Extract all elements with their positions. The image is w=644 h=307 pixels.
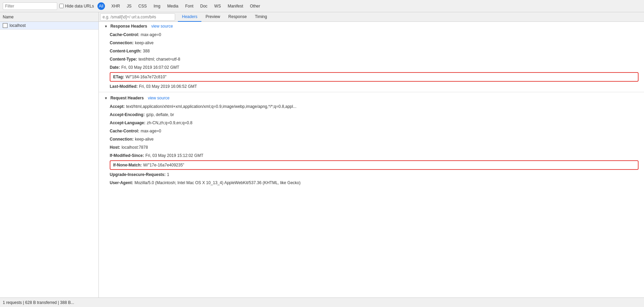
hide-data-urls-checkbox[interactable] (59, 4, 64, 8)
request-header-row: Upgrade-Insecure-Requests: 1 (99, 171, 644, 179)
tabs-row: Headers Preview Response Timing (99, 12, 644, 22)
request-header-row-highlighted: If-None-Match: W/"17e-16a7e409235" (110, 160, 639, 170)
header-value: Fri, 03 May 2019 16:07:02 GMT (121, 64, 179, 70)
filter-type-button-media[interactable]: Media (164, 2, 182, 10)
header-value: Fri, 03 May 2019 15:12:02 GMT (145, 152, 203, 159)
header-key: Accept-Encoding: (110, 112, 145, 118)
response-headers-arrow: ▼ (104, 25, 108, 28)
request-header-row: Accept: text/html,application/xhtml+xml,… (99, 102, 644, 111)
filter-type-button-img[interactable]: Img (151, 2, 164, 10)
tab-preview[interactable]: Preview (201, 12, 224, 22)
header-value: gzip, deflate, br (146, 112, 174, 118)
response-header-row: Date: Fri, 03 May 2019 16:07:02 GMT (99, 63, 644, 71)
response-header-row: Content-Type: text/html; charset=utf-8 (99, 55, 644, 63)
header-key: Host: (110, 144, 120, 150)
response-header-row: Cache-Control: max-age=0 (99, 31, 644, 39)
header-value: 1 (167, 172, 169, 178)
request-headers-arrow: ▼ (104, 96, 108, 100)
filter-type-button-doc[interactable]: Doc (197, 2, 210, 10)
header-key: If-Modified-Since: (110, 152, 144, 159)
header-value: Mozilla/5.0 (Macintosh; Intel Mac OS X 1… (135, 180, 301, 186)
header-value: max-age=0 (141, 128, 161, 134)
header-key: Cache-Control: (110, 128, 139, 134)
separator (99, 92, 644, 92)
response-header-row: Last-Modified: Fri, 03 May 2019 16:06:52… (99, 82, 644, 91)
right-panel: Headers Preview Response Timing ▼ Respon… (99, 12, 644, 297)
header-key: Connection: (110, 40, 134, 46)
request-header-row: User-Agent: Mozilla/5.0 (Macintosh; Inte… (99, 179, 644, 187)
header-key: If-None-Match: (113, 162, 142, 168)
headers-content: ▼ Response Headers view source Cache-Con… (99, 22, 644, 187)
filter-type-button-xhr[interactable]: XHR (108, 2, 123, 10)
filter-type-button-ws[interactable]: WS (211, 2, 224, 10)
left-panel: Name localhost (0, 12, 99, 297)
column-header: Name (0, 12, 98, 22)
header-value: 388 (143, 48, 150, 54)
network-item-icon (3, 23, 7, 28)
header-key: Content-Type: (110, 56, 137, 62)
type-filter-buttons: XHRJSCSSImgMediaFontDocWSManifestOther (108, 2, 263, 10)
main-layout: Name localhost Headers Preview Response … (0, 12, 644, 297)
request-headers-section-header[interactable]: ▼ Request Headers view source (99, 94, 644, 102)
header-key: Cache-Control: (110, 32, 139, 38)
request-headers-list: Accept: text/html,application/xhtml+xml,… (99, 102, 644, 187)
request-header-row: Host: localhost:7878 (99, 143, 644, 151)
header-value: Fri, 03 May 2019 16:06:52 GMT (139, 83, 197, 90)
header-value: W/"184-16a7e72c810" (125, 74, 166, 80)
header-value: W/"17e-16a7e409235" (143, 162, 184, 168)
header-key: User-Agent: (110, 180, 133, 186)
request-header-row: If-Modified-Since: Fri, 03 May 2019 15:1… (99, 151, 644, 160)
header-key: ETag: (113, 74, 124, 80)
hide-data-urls-label: Hide data URLs (59, 4, 94, 9)
header-key: Date: (110, 64, 120, 70)
header-value: keep-alive (135, 136, 154, 142)
request-header-row: Accept-Language: zh-CN,zh;q=0.9,en;q=0.8 (99, 119, 644, 127)
header-key: Upgrade-Insecure-Requests: (110, 172, 166, 178)
filter-buttons: All (97, 2, 105, 10)
response-headers-view-source[interactable]: view source (151, 24, 173, 29)
filter-input[interactable] (3, 2, 57, 10)
header-key: Accept-Language: (110, 120, 145, 126)
header-value: localhost:7878 (122, 144, 148, 150)
filter-type-button-css[interactable]: CSS (135, 2, 150, 10)
header-value: max-age=0 (141, 32, 161, 38)
network-item-name: localhost (10, 23, 26, 28)
header-value: text/html; charset=utf-8 (138, 56, 180, 62)
header-value: zh-CN,zh;q=0.9,en;q=0.8 (147, 120, 193, 126)
request-header-row: Cache-Control: max-age=0 (99, 127, 644, 135)
filter-type-button-font[interactable]: Font (182, 2, 196, 10)
header-key: Accept: (110, 103, 125, 110)
response-header-row: Connection: keep-alive (99, 39, 644, 47)
filter-all-button[interactable]: All (97, 2, 105, 10)
request-headers-view-source[interactable]: view source (148, 96, 169, 100)
request-header-row: Accept-Encoding: gzip, deflate, br (99, 111, 644, 119)
header-value: text/html,application/xhtml+xml,applicat… (126, 103, 296, 110)
column-header-name: Name (3, 15, 14, 19)
request-header-row: Connection: keep-alive (99, 135, 644, 143)
response-headers-list: Cache-Control: max-age=0Connection: keep… (99, 31, 644, 91)
header-value: keep-alive (135, 40, 154, 46)
filter-type-button-manifest[interactable]: Manifest (225, 2, 246, 10)
tab-timing[interactable]: Timing (251, 12, 271, 22)
toolbar: Hide data URLs All XHRJSCSSImgMediaFontD… (0, 0, 644, 12)
response-headers-title: Response Headers (110, 24, 147, 29)
network-list-item[interactable]: localhost (0, 22, 98, 30)
response-headers-section-header[interactable]: ▼ Response Headers view source (99, 22, 644, 31)
header-key: Content-Length: (110, 48, 141, 54)
header-key: Last-Modified: (110, 83, 138, 90)
request-headers-title: Request Headers (110, 96, 144, 100)
tab-response[interactable]: Response (224, 12, 251, 22)
tab-headers[interactable]: Headers (178, 12, 201, 22)
filter-type-button-js[interactable]: JS (124, 2, 135, 10)
header-key: Connection: (110, 136, 134, 142)
headers-url-filter-input[interactable] (100, 13, 175, 21)
response-header-row-highlighted: ETag: W/"184-16a7e72c810" (110, 72, 639, 82)
filter-type-button-other[interactable]: Other (247, 2, 263, 10)
response-header-row: Content-Length: 388 (99, 47, 644, 55)
